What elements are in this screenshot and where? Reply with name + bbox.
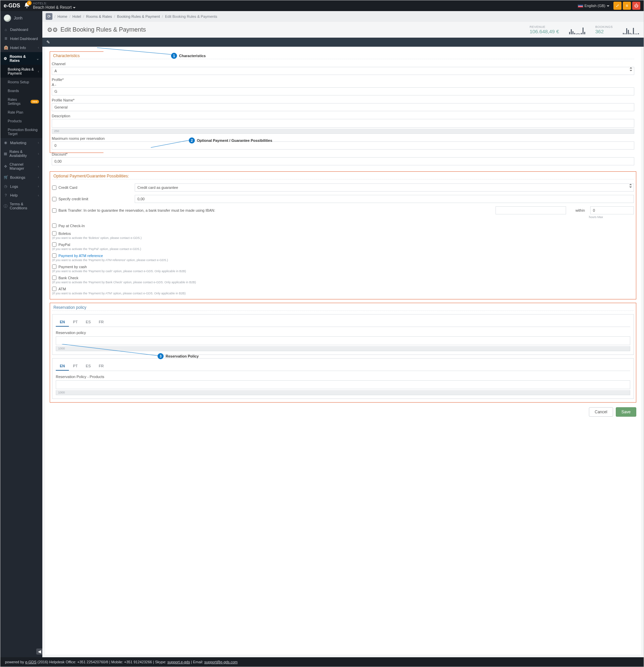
- chevron-down-icon: ⌄: [36, 57, 39, 61]
- footer: powered by e-GDS (2016) Helpdesk Office:…: [0, 657, 644, 667]
- reservation-policy-label: Reservation policy: [56, 331, 86, 335]
- nav-sub-rates-settings[interactable]: Rates Settingsnew: [0, 95, 42, 108]
- chart-icon: ▦: [4, 151, 7, 156]
- refresh-button[interactable]: ⟳: [46, 13, 52, 20]
- crumb-rooms-rates[interactable]: Rooms & Rates: [86, 14, 112, 18]
- max-rooms-label: Maximum rooms per reservation: [52, 136, 634, 141]
- callout-1: 1Characteristics: [171, 53, 206, 59]
- globe-icon: ◉: [4, 141, 8, 145]
- revenue-sparkline: [569, 27, 585, 34]
- nav-terms[interactable]: ⓘTerms & Conditions: [0, 200, 42, 212]
- gears-icon: ⚙: [4, 56, 7, 61]
- hotel-selector[interactable]: HOTELS: Beach Hotel & Resort: [33, 2, 76, 10]
- paypal-note: (If you want to activate the 'PayPal' op…: [52, 247, 634, 251]
- credit-card-checkbox[interactable]: Credit Card: [52, 185, 129, 190]
- chevron-down-icon: [73, 7, 76, 9]
- crumb-booking-rules[interactable]: Booking Rules & Payment: [117, 14, 160, 18]
- tab2-en[interactable]: EN: [56, 362, 69, 371]
- menu-button[interactable]: ≡: [623, 2, 631, 10]
- description-input[interactable]: [52, 119, 634, 128]
- crumb-hotel[interactable]: Hotel: [72, 14, 81, 18]
- question-icon: ?: [4, 193, 8, 197]
- logout-button[interactable]: ⏻: [632, 2, 640, 10]
- chevron-left-icon: ‹: [38, 69, 39, 73]
- edit-strip: ✎: [42, 38, 644, 47]
- iban-input[interactable]: [496, 206, 566, 214]
- description-counter: 250: [52, 129, 634, 134]
- nav-sub-boards[interactable]: Boards: [0, 86, 42, 95]
- specify-limit-input[interactable]: [135, 195, 634, 203]
- notification-count-badge: 4: [27, 1, 32, 5]
- profile-name-input[interactable]: [52, 103, 634, 111]
- pay-checkin-checkbox[interactable]: Pay at Check-In: [52, 224, 634, 228]
- fullscreen-button[interactable]: ⤢: [613, 2, 622, 10]
- crumb-home[interactable]: Home: [57, 14, 67, 18]
- hotel-name: Beach Hotel & Resort: [33, 5, 71, 10]
- atm-checkbox[interactable]: ATM: [52, 287, 634, 291]
- tab-en[interactable]: EN: [56, 318, 69, 327]
- metric-bookings: BOOKINGS 362: [595, 25, 613, 34]
- nav-sub-products[interactable]: Products: [0, 117, 42, 125]
- list-icon: ≣: [4, 36, 8, 40]
- bank-check-checkbox[interactable]: Bank Check: [52, 276, 634, 280]
- profile-name-label: Profile Name*: [52, 98, 634, 102]
- hours-input[interactable]: [590, 206, 634, 214]
- bank-transfer-checkbox[interactable]: Bank Transfer: In order to guarantee the…: [52, 208, 492, 213]
- callout-2: 2Optional Payment / Guarantee Possibilit…: [189, 137, 272, 144]
- footer-skype-link[interactable]: support.e-gds: [167, 660, 190, 664]
- nav-sub-booking-rules[interactable]: Booking Rules & Payment‹: [0, 65, 42, 78]
- reservation-legend: Reservation policy: [52, 305, 88, 310]
- credit-card-select[interactable]: [135, 183, 634, 192]
- footer-email-link[interactable]: support@e-gds.com: [204, 660, 237, 664]
- nav-channel-manager[interactable]: ✥Channel Manager‹: [0, 160, 42, 173]
- tab2-fr[interactable]: FR: [95, 362, 108, 371]
- notification-bell[interactable]: 4: [23, 2, 30, 10]
- footer-brand-link[interactable]: e-GDS: [25, 660, 37, 664]
- nav-dashboard[interactable]: ⌂Dashboard: [0, 25, 42, 34]
- specify-limit-checkbox[interactable]: Specify credit limit: [52, 197, 129, 201]
- cancel-button[interactable]: Cancel: [589, 407, 613, 417]
- boletos-checkbox[interactable]: Boletos: [52, 231, 634, 235]
- channel-select[interactable]: [52, 67, 634, 75]
- page-title: ⚙⚙Edit Booking Rules & Payments: [47, 26, 146, 34]
- nav-logs[interactable]: ◷Logs‹: [0, 182, 42, 191]
- reservation-policy-counter: 1000: [56, 346, 630, 351]
- max-rooms-input[interactable]: [52, 142, 634, 149]
- nav-hotel-info[interactable]: 🏨Hotel Info‹: [0, 43, 42, 52]
- paypal-checkbox[interactable]: PayPal: [52, 242, 634, 247]
- tab-es[interactable]: ES: [82, 318, 95, 327]
- user-block[interactable]: Jonh: [0, 11, 42, 25]
- profile-input[interactable]: [52, 87, 634, 95]
- language-selector[interactable]: English (GB): [578, 4, 609, 8]
- reservation-products-label: Reservation Policy - Products: [56, 375, 104, 379]
- discount-input[interactable]: [52, 157, 634, 165]
- chevron-left-icon: ‹: [38, 194, 39, 197]
- reservation-policy-input[interactable]: [56, 336, 630, 345]
- atm-ref-note: (If you want to activate the 'Payment by…: [52, 258, 634, 262]
- profile-prefix: A -: [52, 83, 634, 87]
- nav-sub-promo-target[interactable]: Promotion Booking Target: [0, 125, 42, 138]
- tab-fr[interactable]: FR: [95, 318, 108, 327]
- move-icon: ✥: [4, 164, 7, 169]
- discount-label: Discount*: [52, 152, 634, 156]
- tab-pt[interactable]: PT: [69, 318, 82, 327]
- nav-sub-rate-plan[interactable]: Rate Plan: [0, 108, 42, 117]
- characteristics-legend: Characteristics: [52, 53, 81, 58]
- metric-revenue: REVENUE 106.648,49 €: [529, 25, 559, 34]
- atm-ref-checkbox[interactable]: Payment by ATM reference: [52, 254, 634, 258]
- nav-rooms-rates[interactable]: ⚙Rooms & Rates⌄: [0, 52, 42, 65]
- reservation-products-input[interactable]: [56, 380, 630, 389]
- tab2-es[interactable]: ES: [82, 362, 95, 371]
- nav-sub-rooms-setup[interactable]: Rooms Setup: [0, 78, 42, 86]
- section-payments: Optional Payment/Guarantee Possibilities…: [50, 172, 636, 299]
- tab2-pt[interactable]: PT: [69, 362, 82, 371]
- cash-checkbox[interactable]: Payment by cash: [52, 264, 634, 269]
- nav-help[interactable]: ?Help‹: [0, 191, 42, 200]
- sidebar-collapse-button[interactable]: ◀: [36, 649, 42, 654]
- save-button[interactable]: Save: [616, 407, 636, 417]
- nav-bookings[interactable]: 🛒Bookings‹: [0, 173, 42, 182]
- pencil-icon: ✎: [46, 40, 50, 45]
- nav-hotel-dashboard[interactable]: ≣Hotel Dashboard: [0, 34, 42, 43]
- nav-rates-availability[interactable]: ▦Rates & Availability‹: [0, 147, 42, 160]
- nav-marketing[interactable]: ◉Marketing‹: [0, 138, 42, 147]
